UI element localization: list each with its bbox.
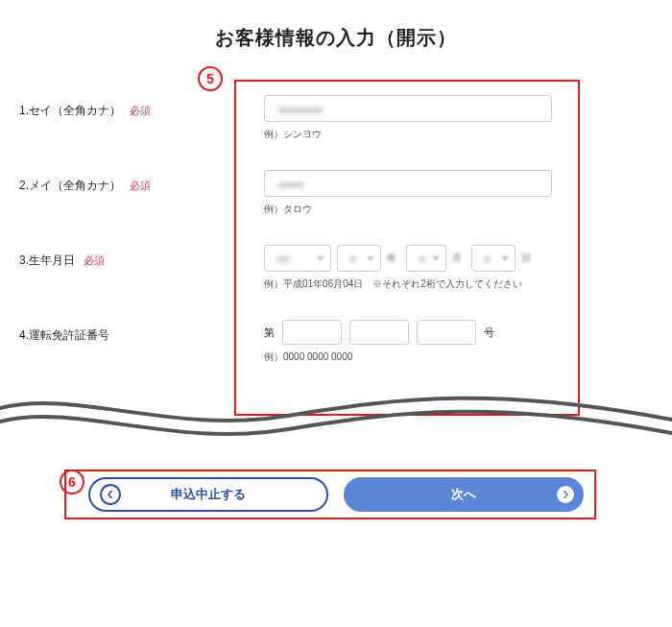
- year-unit: 年: [387, 252, 396, 265]
- next-button-label: 次へ: [451, 486, 476, 503]
- label-mei-text: 2.メイ（全角カナ）: [19, 179, 121, 192]
- dob-hint: 例）平成01年06月04日 ※それぞれ2桁で入力してください: [264, 277, 614, 291]
- cancel-button-label: 申込中止する: [171, 486, 246, 503]
- license-prefix: 第: [264, 326, 275, 340]
- month-value-blurred: ■: [413, 253, 425, 264]
- license-group: 第 号: [264, 320, 614, 345]
- label-license-text: 4.運転免許証番号: [19, 328, 109, 342]
- chevron-right-icon: [557, 486, 574, 503]
- year-select[interactable]: ■: [337, 245, 381, 272]
- required-badge: 必須: [130, 180, 151, 191]
- required-badge: 必須: [84, 254, 105, 266]
- month-unit: 月: [452, 252, 462, 265]
- mei-input[interactable]: ■■■■: [264, 170, 552, 197]
- cancel-button[interactable]: 申込中止する: [88, 477, 328, 512]
- day-value-blurred: ■: [478, 253, 491, 264]
- chevron-down-icon: [501, 256, 509, 261]
- chevron-down-icon: [367, 256, 374, 261]
- input-col-sei: ■■■■■■■ 例）シンヨウ: [250, 95, 672, 141]
- era-select[interactable]: ■■: [264, 245, 331, 272]
- row-dob: 3.生年月日 必須 ■■ ■ 年 ■ 月 ■: [0, 241, 672, 316]
- input-col-license: 第 号 例）0000 0000 0000: [250, 320, 672, 364]
- era-value-blurred: ■■: [271, 253, 289, 264]
- input-col-dob: ■■ ■ 年 ■ 月 ■ 日 例）平成01年06月0: [250, 245, 672, 291]
- license-part-2[interactable]: [349, 320, 409, 345]
- license-part-3[interactable]: [417, 320, 476, 345]
- year-value-blurred: ■: [344, 253, 356, 264]
- day-unit: 日: [521, 252, 531, 265]
- day-select[interactable]: ■: [471, 245, 516, 272]
- chevron-left-icon: [100, 484, 121, 505]
- label-sei: 1.セイ（全角カナ） 必須: [0, 95, 250, 119]
- chevron-down-icon: [317, 256, 324, 261]
- label-license: 4.運転免許証番号: [0, 320, 250, 344]
- section-divider-wave: [0, 387, 672, 445]
- chevron-down-icon: [432, 256, 440, 261]
- label-dob-text: 3.生年月日: [19, 253, 75, 267]
- customer-info-form: 5 1.セイ（全角カナ） 必須 ■■■■■■■ 例）シンヨウ 2.メイ（全角カナ…: [0, 91, 672, 377]
- dob-group: ■■ ■ 年 ■ 月 ■ 日: [264, 245, 614, 272]
- label-dob: 3.生年月日 必須: [0, 245, 250, 269]
- label-sei-text: 1.セイ（全角カナ）: [19, 104, 121, 117]
- row-sei: 1.セイ（全角カナ） 必須 ■■■■■■■ 例）シンヨウ: [0, 91, 672, 166]
- sei-hint: 例）シンヨウ: [264, 128, 614, 141]
- license-suffix: 号: [484, 326, 494, 340]
- mei-hint: 例）タロウ: [264, 203, 614, 216]
- row-mei: 2.メイ（全角カナ） 必須 ■■■■ 例）タロウ: [0, 166, 672, 241]
- next-button[interactable]: 次へ: [344, 477, 584, 512]
- input-col-mei: ■■■■ 例）タロウ: [250, 170, 672, 216]
- page-title: お客様情報の入力（開示）: [0, 0, 672, 51]
- action-button-bar: 申込中止する 次へ: [36, 468, 636, 521]
- license-part-1[interactable]: [282, 320, 342, 345]
- label-mei: 2.メイ（全角カナ） 必須: [0, 170, 250, 194]
- month-select[interactable]: ■: [406, 245, 446, 272]
- required-badge: 必須: [130, 105, 151, 116]
- row-license: 4.運転免許証番号 第 号 例）0000 0000 0000: [0, 316, 672, 377]
- annotation-number-5: 5: [198, 66, 223, 91]
- mei-value-blurred: ■■■■: [273, 171, 304, 198]
- license-hint: 例）0000 0000 0000: [264, 350, 614, 364]
- sei-input[interactable]: ■■■■■■■: [264, 95, 552, 122]
- sei-value-blurred: ■■■■■■■: [273, 96, 324, 123]
